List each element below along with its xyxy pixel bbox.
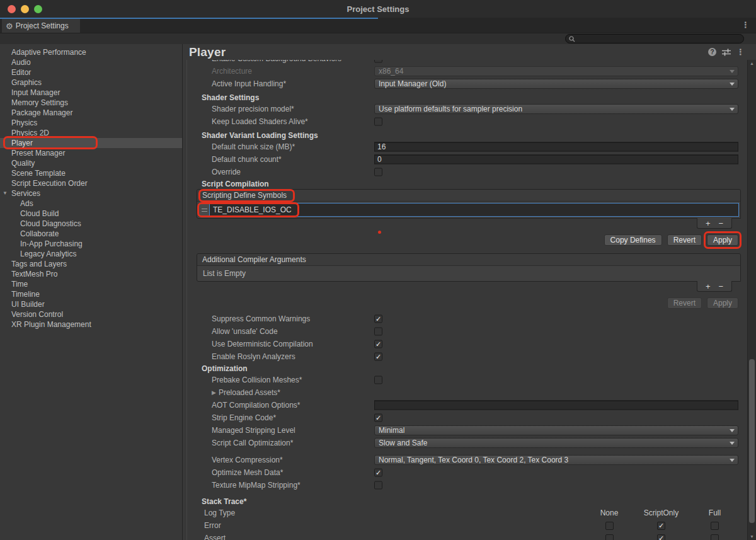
row-control-cell: Use platform defaults for sampler precis… — [374, 104, 738, 114]
sidebar-item-textmesh-pro[interactable]: TextMesh Pro — [0, 269, 182, 279]
define-symbol-field[interactable]: TE_DISABLE_IOS_OC — [209, 203, 739, 217]
keep-loaded-shaders-alive-checkbox[interactable] — [374, 118, 382, 126]
revert-button[interactable]: Revert — [667, 234, 702, 246]
apply-button[interactable]: Apply — [707, 234, 738, 246]
list-header[interactable]: Scripting Define Symbols — [197, 190, 740, 202]
scrollbar-thumb[interactable] — [749, 359, 755, 523]
sidebar-item-legacy-analytics[interactable]: Legacy Analytics — [0, 249, 182, 259]
preloaded-assets-foldout[interactable]: ▶Preloaded Assets* — [188, 386, 742, 399]
enable-custom-background-behaviors-checkbox[interactable] — [374, 60, 382, 63]
apply-button: Apply — [707, 297, 738, 309]
use-deterministic-compilation-checkbox[interactable]: ✓ — [374, 340, 382, 348]
sidebar-item-time[interactable]: Time — [0, 279, 182, 289]
row-label: Shader precision model* — [212, 105, 294, 113]
sidebar-item-timeline[interactable]: Timeline — [0, 289, 182, 299]
sidebar-item-in-app-purchasing[interactable]: In-App Purchasing — [0, 239, 182, 249]
managed-stripping-level-dropdown[interactable]: Minimal — [374, 425, 738, 435]
optimize-mesh-data-checkbox[interactable]: ✓ — [374, 469, 382, 477]
vertical-scrollbar[interactable]: ▲ ▼ — [747, 60, 756, 540]
minimize-button[interactable] — [21, 5, 29, 13]
add-item-button[interactable]: + — [706, 219, 711, 227]
active-input-handling-dropdown[interactable]: Input Manager (Old) — [374, 79, 738, 89]
sidebar-item-audio[interactable]: Audio — [0, 57, 182, 67]
sidebar-item-ui-builder[interactable]: UI Builder — [0, 299, 182, 309]
add-item-button[interactable]: + — [706, 282, 711, 290]
prebake-collision-meshes-checkbox[interactable] — [374, 376, 382, 384]
sidebar-item-tags-and-layers[interactable]: Tags and Layers — [0, 259, 182, 269]
assert-full-checkbox[interactable] — [711, 534, 719, 540]
drag-handle-icon[interactable] — [198, 203, 209, 217]
sidebar-item-cloud-build[interactable]: Cloud Build — [0, 209, 182, 219]
sidebar-item-xr-plugin-management[interactable]: XR Plugin Management — [0, 319, 182, 330]
sidebar-item-label: In-App Purchasing — [20, 239, 83, 248]
search-input[interactable] — [577, 35, 740, 43]
suppress-common-warnings-checkbox[interactable]: ✓ — [374, 315, 382, 323]
aot-compilation-options-field[interactable] — [374, 401, 738, 410]
enable-roslyn-analyzers-checkbox[interactable]: ✓ — [374, 353, 382, 361]
error-scriptonly-checkbox[interactable]: ✓ — [657, 522, 665, 530]
texture-mipmap-stripping-checkbox[interactable] — [374, 481, 382, 490]
override-checkbox[interactable] — [374, 168, 382, 176]
sidebar-item-label: Input Manager — [11, 88, 60, 97]
architecture-dropdown[interactable]: x86_64 — [374, 66, 738, 76]
remove-item-button[interactable]: − — [718, 219, 723, 227]
row-control-cell: Minimal — [374, 425, 738, 435]
row-control-cell — [374, 118, 738, 126]
remove-item-button[interactable]: − — [718, 282, 723, 290]
assert-scriptonly-checkbox[interactable]: ✓ — [657, 534, 665, 540]
default-chunk-size-mb-field[interactable]: 16 — [374, 142, 738, 152]
row-label: AOT Compilation Options* — [212, 401, 301, 410]
row-label: Error — [204, 521, 221, 530]
vertex-compression-dropdown[interactable]: Normal, Tangent, Tex Coord 0, Tex Coord … — [374, 455, 738, 465]
sidebar-item-label: Adaptive Performance — [11, 48, 86, 57]
sidebar-item-physics-2d[interactable]: Physics 2D — [0, 128, 182, 138]
sidebar-item-label: Quality — [11, 159, 35, 168]
script-call-optimization-dropdown[interactable]: Slow and Safe — [374, 438, 738, 448]
sidebar-item-adaptive-performance[interactable]: Adaptive Performance — [0, 47, 182, 57]
sidebar-item-input-manager[interactable]: Input Manager — [0, 88, 182, 98]
scroll-down-icon[interactable]: ▼ — [748, 534, 756, 539]
sidebar-item-preset-manager[interactable]: Preset Manager — [0, 148, 182, 158]
sidebar-item-memory-settings[interactable]: Memory Settings — [0, 98, 182, 108]
sidebar-item-physics[interactable]: Physics — [0, 118, 182, 128]
list-header[interactable]: Additional Compiler Arguments — [197, 254, 740, 266]
copy-defines-button[interactable]: Copy Defines — [604, 234, 662, 246]
sidebar-item-player[interactable]: Player — [0, 138, 182, 148]
sidebar-item-quality[interactable]: Quality — [0, 158, 182, 168]
sidebar-item-package-manager[interactable]: Package Manager — [0, 108, 182, 118]
zoom-button[interactable] — [34, 5, 42, 13]
scroll-up-icon[interactable]: ▲ — [748, 61, 756, 66]
sidebar-item-label: Physics 2D — [11, 129, 49, 137]
search-box[interactable] — [565, 34, 744, 43]
sidebar-item-cloud-diagnostics[interactable]: Cloud Diagnostics — [0, 219, 182, 229]
tab-bar-menu-icon[interactable]: ⋮ — [742, 21, 750, 29]
sidebar-item-editor[interactable]: Editor — [0, 67, 182, 78]
sidebar-item-version-control[interactable]: Version Control — [0, 309, 182, 319]
sidebar-item-scene-template[interactable]: Scene Template — [0, 168, 182, 178]
expand-caret-icon[interactable]: ▼ — [3, 188, 8, 198]
preset-sliders-icon[interactable] — [722, 49, 731, 56]
section-label: Script Compilation — [202, 180, 269, 188]
sidebar-item-label: Package Manager — [11, 108, 72, 117]
sidebar-item-services[interactable]: ▼Services — [0, 188, 182, 198]
default-chunk-count-field[interactable]: 0 — [374, 155, 738, 164]
assert-none-checkbox[interactable] — [605, 534, 614, 540]
close-button[interactable] — [8, 5, 16, 13]
foldout-arrow-icon[interactable]: ▶ — [212, 389, 216, 396]
sidebar-item-ads[interactable]: Ads — [0, 198, 182, 209]
sidebar-item-collaborate[interactable]: Collaborate — [0, 229, 182, 239]
sidebar-item-script-execution-order[interactable]: Script Execution Order — [0, 178, 182, 188]
help-icon[interactable]: ? — [708, 48, 716, 56]
tab-project-settings[interactable]: ⚙ Project Settings — [2, 19, 80, 33]
strip-engine-code-checkbox[interactable]: ✓ — [374, 414, 382, 422]
sidebar-item-graphics[interactable]: Graphics — [0, 78, 182, 88]
allow-unsafe-code-checkbox[interactable] — [374, 328, 382, 336]
matrix-column-header: ScriptOnly — [631, 508, 691, 517]
error-none-checkbox[interactable] — [605, 522, 614, 530]
error-full-checkbox[interactable] — [711, 522, 719, 530]
toolbar — [0, 33, 756, 44]
shader-precision-model-dropdown[interactable]: Use platform defaults for sampler precis… — [374, 104, 738, 114]
sidebar-item-label: Scene Template — [11, 169, 66, 178]
list-body: TE_DISABLE_IOS_OC — [197, 202, 740, 218]
panel-menu-icon[interactable]: ⋮ — [736, 48, 745, 56]
